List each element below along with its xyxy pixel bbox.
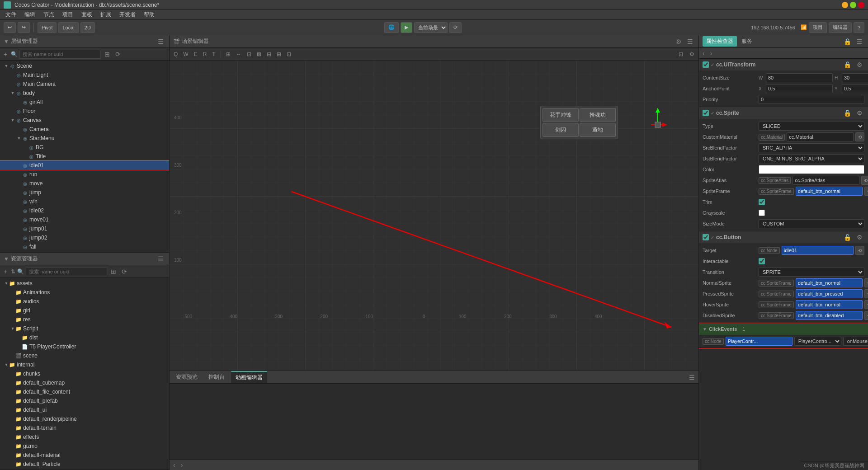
asset-item-dist[interactable]: 📁 dist (0, 333, 169, 342)
play-btn[interactable]: ▶ (401, 22, 412, 33)
tree-item-jump01[interactable]: ◎ jump01 (0, 224, 169, 233)
pivot-btn[interactable]: Pivot (38, 22, 57, 33)
asset-menu-btn[interactable]: ☰ (156, 254, 165, 263)
hoversprite-link[interactable]: ⟲ (864, 300, 868, 309)
asset-item-scene[interactable]: 🎬 scene (0, 351, 169, 360)
custommaterial-link[interactable]: ⟲ (855, 132, 864, 141)
scene-gear-btn[interactable]: ⚙ (687, 50, 697, 59)
sprite-enable[interactable] (703, 110, 709, 116)
asset-item-effects[interactable]: 📁 effects (0, 432, 169, 442)
popup-btn-3[interactable]: 剑闪 (542, 123, 579, 137)
tree-item-win[interactable]: ◎ win (0, 197, 169, 206)
anchorpoint-y-input[interactable] (842, 84, 868, 93)
inspector-prev-btn[interactable]: ‹ (701, 49, 707, 58)
spriteatlas-link[interactable]: ⟲ (861, 176, 868, 185)
scene-settings-btn[interactable]: ⚙ (674, 37, 684, 46)
tree-item-title[interactable]: ◎ Title (0, 152, 169, 161)
inspector-menu-btn[interactable]: ☰ (855, 37, 864, 46)
tree-item-fall[interactable]: ◎ fall (0, 242, 169, 251)
uitransform-enable[interactable] (703, 61, 709, 68)
tree-item-move01[interactable]: ◎ move01 (0, 215, 169, 224)
menu-node[interactable]: 节点 (40, 10, 58, 19)
scene-canvas[interactable]: 400 300 200 100 -500 -400 -300 -200 -100… (170, 61, 698, 371)
tree-item-bg[interactable]: ◎ BG (0, 143, 169, 152)
tree-item-move[interactable]: ◎ move (0, 179, 169, 188)
redo-btn[interactable]: ↪ (18, 22, 30, 33)
target-link[interactable]: ⟲ (855, 246, 864, 255)
asset-add-btn[interactable]: + (2, 267, 9, 276)
menu-file[interactable]: 文件 (2, 10, 20, 19)
tree-item-maincamera[interactable]: ◎ Main Camera (0, 80, 169, 89)
asset-item-girl[interactable]: 📁 girl (0, 306, 169, 315)
titlebar-controls[interactable] (842, 2, 864, 8)
tree-item-jump[interactable]: ◎ jump (0, 188, 169, 197)
tool-box1[interactable]: ⊡ (245, 50, 254, 59)
tree-item-scene[interactable]: ▼ ◎ Scene (0, 61, 169, 70)
asset-item-default_ui[interactable]: 📁 default_ui (0, 405, 169, 414)
tree-item-startmenu[interactable]: ▼ ◎ StartMenu (0, 134, 169, 143)
priority-input[interactable] (759, 95, 864, 104)
asset-item-res[interactable]: 📁 res (0, 315, 169, 324)
asset-item-gizmo[interactable]: 📁 gizmo (0, 442, 169, 451)
asset-item-assets[interactable]: ▼ 📁 assets (0, 279, 169, 288)
tab-inspector[interactable]: 属性检查器 (703, 36, 737, 47)
asset-item-default_terrain[interactable]: 📁 default-terrain (0, 423, 169, 432)
project-btn[interactable]: 项目 (809, 22, 827, 33)
type-select[interactable]: SLICED (759, 122, 864, 131)
tool-r[interactable]: R (201, 50, 209, 59)
button-gear-btn[interactable]: ⚙ (855, 233, 864, 242)
normalsprite-input[interactable] (796, 278, 863, 287)
tool-w[interactable]: W (181, 50, 190, 59)
interactable-checkbox[interactable] (759, 258, 765, 264)
menu-project[interactable]: 项目 (59, 10, 77, 19)
transition-select[interactable]: SPRITE (759, 268, 864, 277)
bottom-menu-btn[interactable]: ☰ (687, 373, 697, 382)
tool-box5[interactable]: ⊡ (284, 50, 293, 59)
tab-service[interactable]: 服务 (738, 36, 756, 47)
asset-item-internal[interactable]: ▼ 📁 internal (0, 360, 169, 369)
tree-item-idle01[interactable]: ◎ idle01 (0, 161, 169, 170)
inspector-next-btn[interactable]: › (708, 49, 714, 58)
sprite-lock-btn[interactable]: 🔒 (842, 108, 853, 118)
tree-item-canvas[interactable]: ▼ ◎ Canvas (0, 116, 169, 125)
close-btn[interactable] (858, 2, 864, 8)
disabledsprite-link[interactable]: ⟲ (864, 311, 868, 320)
asset-item-default_Particle[interactable]: 📁 default_Particle (0, 460, 169, 469)
tree-item-mainlight[interactable]: ◎ Main Light (0, 70, 169, 80)
globe-btn[interactable]: 🌐 (384, 22, 399, 33)
asset-item-default_prefab[interactable]: 📁 default_prefab (0, 396, 169, 405)
tool-grid[interactable]: ⊞ (224, 50, 233, 59)
inspector-lock-btn[interactable]: 🔒 (842, 37, 853, 46)
srcblendfactor-select[interactable]: SRC_ALPHA (759, 143, 864, 152)
tree-item-body[interactable]: ▼ ◎ body (0, 89, 169, 98)
tab-console[interactable]: 控制台 (204, 371, 229, 383)
clickevents-node-input[interactable] (726, 337, 793, 346)
button-lock-btn[interactable]: 🔒 (842, 233, 853, 242)
hierarchy-add-btn[interactable]: + (2, 50, 9, 59)
tab-asset-preview[interactable]: 资源预览 (171, 371, 202, 383)
asset-refresh-btn[interactable]: ⟳ (120, 267, 129, 276)
asset-expand-btn[interactable]: ⊞ (109, 267, 118, 276)
scene-menu-btn[interactable]: ☰ (685, 37, 695, 46)
asset-item-T5PlayerController[interactable]: 📄 T5 PlayerController (0, 342, 169, 351)
clickevents-header[interactable]: ▼ ClickEvents 1 (699, 323, 868, 335)
hierarchy-expand-btn[interactable]: ⊞ (103, 50, 112, 59)
tree-item-floor[interactable]: ◎ Floor (0, 107, 169, 116)
help-btn[interactable]: ? (854, 22, 864, 33)
scene-select[interactable]: 当前场景 (414, 22, 448, 33)
mode-btn[interactable]: 2D (80, 22, 95, 33)
asset-item-chunks[interactable]: 📁 chunks (0, 369, 169, 378)
tool-align[interactable]: ↔ (234, 50, 244, 59)
target-input[interactable] (782, 246, 854, 255)
scene-view-btn[interactable]: ⊡ (676, 50, 685, 59)
disabledsprite-input[interactable] (796, 311, 863, 320)
hoversprite-input[interactable] (796, 300, 863, 309)
tab-animation-editor[interactable]: 动画编辑器 (231, 371, 267, 383)
spriteframe-input[interactable] (796, 187, 863, 196)
asset-item-default_file_content[interactable]: 📁 default_file_content (0, 387, 169, 396)
asset-item-default_renderpipeline[interactable]: 📁 default_renderpipeline (0, 414, 169, 423)
tree-item-run[interactable]: ◎ run (0, 170, 169, 179)
sizemode-select[interactable]: CUSTOM (759, 219, 864, 228)
grayscale-checkbox[interactable] (759, 210, 765, 216)
popup-btn-1[interactable]: 花手冲锋 (542, 108, 579, 122)
